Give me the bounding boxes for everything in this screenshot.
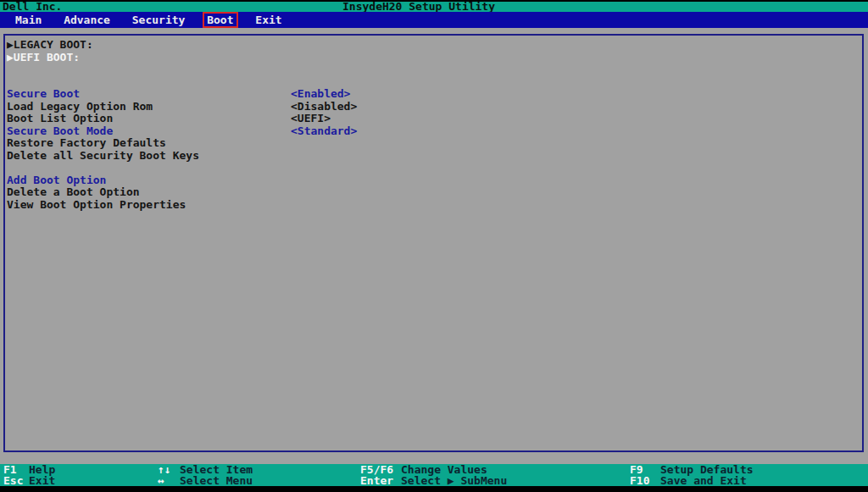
setting-label: Boot List Option (7, 112, 113, 124)
menu-tab-main[interactable]: Main (15, 12, 42, 28)
help-save-and-exit: F10Save and Exit (630, 475, 747, 486)
submenu-arrow-icon: ▶ (7, 51, 14, 64)
setting-value: <UEFI> (291, 113, 331, 125)
setting-row-load-legacy-option-rom[interactable]: Load Legacy Option Rom<Disabled> (5, 101, 862, 113)
setting-value: <Enabled> (291, 88, 350, 101)
setting-row-secure-boot-mode[interactable]: Secure Boot Mode<Standard> (5, 125, 862, 138)
setting-label: Secure Boot (7, 87, 80, 100)
setting-row-restore-factory-defaults[interactable]: Restore Factory Defaults (5, 137, 862, 150)
action-label: View Boot Option Properties (7, 198, 186, 211)
help-select-submenu: EnterSelect ▶ SubMenu (360, 475, 507, 486)
key-esc: Esc (3, 475, 29, 486)
submenu-link-uefi-boot[interactable]: ▶UEFI BOOT: (5, 52, 862, 64)
setting-row-delete-all-security-boot-keys[interactable]: Delete all Security Boot Keys (5, 150, 862, 163)
action-view-boot-option-properties[interactable]: View Boot Option Properties (5, 199, 862, 212)
menu-tab-exit[interactable]: Exit (255, 12, 281, 28)
utility-title: InsydeH20 Setup Utility (342, 2, 495, 12)
bios-setup-screen: Dell Inc. InsydeH20 Setup Utility Main A… (0, 0, 868, 492)
setting-value: <Disabled> (291, 101, 357, 113)
action-label: Delete a Boot Option (7, 185, 140, 198)
setting-label: Delete all Security Boot Keys (7, 149, 199, 162)
setting-label: Secure Boot Mode (7, 124, 113, 137)
submenu-link-legacy-boot[interactable]: ▶LEGACY BOOT: (5, 39, 862, 52)
setting-label: Load Legacy Option Rom (7, 100, 153, 113)
help-select-menu: ↔Select Menu (158, 475, 253, 486)
boot-settings-panel: ▶LEGACY BOOT: ▶UEFI BOOT: Secure Boot<En… (3, 34, 864, 452)
setting-row-secure-boot[interactable]: Secure Boot<Enabled> (5, 88, 862, 101)
submenu-arrow-icon: ▶ (7, 38, 14, 51)
setting-label: Restore Factory Defaults (7, 136, 166, 149)
help-esc: EscExit (3, 475, 55, 486)
menu-tab-security[interactable]: Security (132, 12, 186, 28)
menu-tab-advance[interactable]: Advance (64, 12, 110, 28)
action-label: Add Boot Option (7, 174, 106, 186)
setting-row-boot-list-option[interactable]: Boot List Option<UEFI> (5, 113, 862, 125)
setting-value: <Standard> (291, 125, 357, 138)
menu-tab-boot-selected[interactable]: Boot (203, 12, 237, 28)
left-right-arrows-icon: ↔ (158, 475, 180, 486)
menu-bar: Main Advance Security Boot Exit (0, 12, 868, 28)
title-bar: Dell Inc. InsydeH20 Setup Utility (0, 2, 868, 12)
vendor-name: Dell Inc. (3, 2, 62, 12)
help-key-bar: F1Help EscExit ↑↓Select Item ↔Select Men… (0, 464, 868, 486)
action-add-boot-option[interactable]: Add Boot Option (5, 174, 862, 187)
submenu-label: LEGACY BOOT: (14, 38, 93, 51)
bottom-screen-edge (0, 486, 868, 492)
key-f10: F10 (630, 475, 660, 486)
key-enter: Enter (360, 475, 401, 486)
action-delete-a-boot-option[interactable]: Delete a Boot Option (5, 186, 862, 199)
submenu-label: UEFI BOOT: (14, 51, 80, 64)
